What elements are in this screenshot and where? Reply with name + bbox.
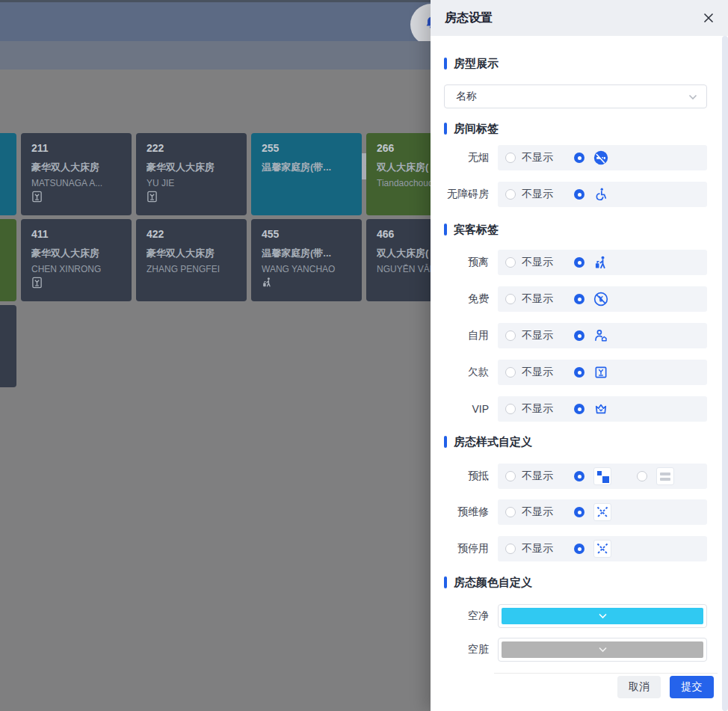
section-accent-bar	[444, 58, 447, 70]
money-bill-icon	[31, 277, 43, 289]
drawer-body: 房型展示 名称 房间标签 无烟 不显示 无障碍房	[431, 36, 728, 670]
section-room-tags: 房间标签	[444, 123, 707, 135]
radio-hide[interactable]	[505, 367, 516, 378]
radio-hide[interactable]	[505, 257, 516, 268]
radio-hide[interactable]	[505, 471, 516, 481]
setting-row-scheduled-maintenance: 预维修 不显示	[444, 499, 707, 525]
room-number: 411	[31, 228, 132, 240]
wheelchair-icon	[593, 187, 608, 202]
setting-row-expected-arrival: 预抵 不显示	[444, 464, 707, 489]
dashed-cross-icon	[593, 503, 611, 521]
money-bill-icon	[146, 191, 158, 203]
radio-show[interactable]	[574, 404, 584, 414]
free-no-charge-icon	[593, 292, 608, 307]
select-value: 名称	[456, 90, 477, 103]
debt-bill-icon	[593, 365, 608, 380]
setting-row-self-use: 自用 不显示	[444, 323, 707, 348]
room-number: 455	[262, 228, 362, 240]
section-accent-bar	[444, 436, 447, 448]
radio-show[interactable]	[574, 544, 584, 554]
section-room-type-display: 房型展示	[444, 58, 707, 70]
money-bill-icon	[31, 191, 43, 203]
section-accent-bar	[444, 123, 447, 135]
setting-row-vacant-clean-color: 空净	[444, 604, 707, 628]
radio-hide[interactable]	[505, 153, 516, 163]
radio-show[interactable]	[574, 507, 584, 517]
room-number: 211	[31, 142, 132, 154]
walking-guest-icon	[262, 277, 273, 289]
close-icon[interactable]	[703, 12, 715, 24]
vip-crown-icon	[593, 401, 608, 416]
section-guest-tags: 宾客标签	[444, 224, 707, 236]
stripe-bars-icon	[656, 467, 674, 485]
setting-row-free: 免费 不显示	[444, 286, 707, 312]
room-card[interactable]: 211 豪华双人大床房 MATSUNAGA A...	[21, 133, 132, 215]
room-card[interactable]: 255 温馨家庭房(带...	[251, 133, 362, 215]
radio-show[interactable]	[574, 153, 584, 163]
setting-row-no-smoking: 无烟 不显示	[444, 145, 707, 170]
radio-hide[interactable]	[505, 544, 516, 554]
setting-row-vacant-dirty-color: 空脏	[444, 638, 707, 662]
room-type: 豪华双人大床房	[31, 161, 132, 174]
radio-hide[interactable]	[505, 507, 516, 517]
self-use-person-home-icon	[593, 328, 608, 343]
room-type: 豪华双人大床房	[31, 247, 132, 260]
departing-guest-icon	[593, 255, 608, 270]
color-swatch	[502, 608, 703, 624]
setting-row-scheduled-out-of-service: 预停用 不显示	[444, 536, 707, 561]
room-card-partial[interactable]	[0, 305, 16, 387]
room-type: 温馨家庭房(带...	[262, 161, 362, 174]
setting-row-accessible-room: 无障碍房 不显示	[444, 182, 707, 207]
setting-row-vip: VIP 不显示	[444, 396, 707, 422]
vacant-clean-color-select[interactable]	[498, 604, 707, 628]
radio-show[interactable]	[574, 294, 584, 304]
room-card[interactable]: 422 豪华双人大床房 ZHANG PENGFEI	[136, 219, 247, 301]
dashed-cross-icon	[593, 540, 611, 558]
room-card[interactable]: 411 豪华双人大床房 CHEN XINRONG	[21, 219, 132, 301]
room-card-partial[interactable]	[0, 133, 16, 215]
color-swatch	[502, 641, 703, 658]
room-number: 422	[146, 228, 247, 240]
room-type-display-select[interactable]: 名称	[444, 84, 707, 108]
guest-name: MATSUNAGA A...	[31, 178, 132, 188]
room-card[interactable]: 455 温馨家庭房(带... WANG YANCHAO	[251, 219, 362, 301]
guest-name: ZHANG PENGFEI	[146, 264, 247, 274]
room-number: 255	[262, 142, 362, 154]
section-accent-bar	[444, 576, 447, 588]
section-status-colors: 房态颜色自定义	[444, 576, 707, 588]
radio-show[interactable]	[574, 189, 584, 200]
guest-name: CHEN XINRONG	[31, 264, 132, 274]
room-type: 豪华双人大床房	[146, 247, 247, 260]
radio-style-squares[interactable]	[574, 471, 584, 481]
section-status-style: 房态样式自定义	[444, 436, 707, 448]
room-type: 豪华双人大床房	[146, 161, 247, 174]
radio-hide[interactable]	[505, 294, 516, 304]
corner-squares-icon	[593, 467, 611, 485]
drawer-header: 房态设置	[431, 0, 728, 36]
room-type: 温馨家庭房(带...	[262, 247, 362, 260]
cancel-button[interactable]: 取消	[617, 676, 661, 698]
footer-divider	[494, 673, 718, 674]
room-card[interactable]: 222 豪华双人大床房 YU JIE	[136, 133, 247, 215]
radio-hide[interactable]	[505, 330, 516, 341]
chevron-down-icon	[688, 90, 697, 102]
guest-name: YU JIE	[146, 178, 247, 188]
setting-row-debt: 欠款 不显示	[444, 360, 707, 385]
guest-name: WANG YANCHAO	[262, 264, 362, 274]
room-status-settings-drawer: 房态设置 房型展示 名称 房间标签 无烟 不显示	[431, 0, 728, 711]
radio-show[interactable]	[574, 257, 584, 268]
no-smoking-icon	[593, 150, 608, 165]
radio-show[interactable]	[574, 330, 584, 341]
room-card-partial[interactable]	[0, 219, 16, 301]
vacant-dirty-color-select[interactable]	[498, 638, 707, 662]
radio-hide[interactable]	[505, 189, 516, 200]
radio-hide[interactable]	[505, 404, 516, 414]
radio-show[interactable]	[574, 367, 584, 378]
radio-style-bars[interactable]	[637, 471, 647, 481]
section-accent-bar	[444, 224, 447, 236]
setting-row-expected-departure: 预离 不显示	[444, 250, 707, 275]
drawer-title: 房态设置	[445, 10, 493, 26]
drawer-scrollbar[interactable]	[722, 36, 728, 711]
submit-button[interactable]: 提交	[670, 676, 714, 698]
drawer-footer: 取消 提交	[431, 670, 728, 711]
